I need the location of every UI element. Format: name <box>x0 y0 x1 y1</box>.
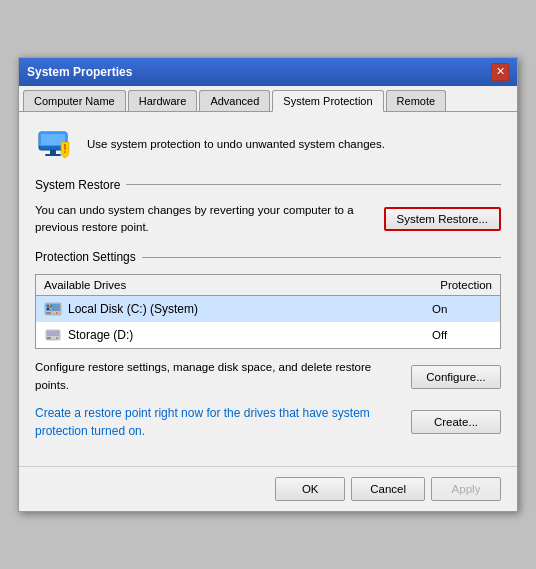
system-restore-header: System Restore <box>35 178 501 192</box>
svg-rect-13 <box>47 308 49 310</box>
configure-button[interactable]: Configure... <box>411 365 501 389</box>
system-restore-button[interactable]: System Restore... <box>384 207 501 231</box>
create-text-highlight: on <box>128 424 141 438</box>
svg-rect-12 <box>50 305 52 307</box>
svg-rect-11 <box>47 305 49 307</box>
system-restore-section: System Restore You can undo system chang… <box>35 178 501 237</box>
svg-rect-16 <box>47 331 59 336</box>
header-protection: Protection <box>440 279 492 291</box>
svg-rect-14 <box>50 308 52 310</box>
system-restore-label: System Restore <box>35 178 120 192</box>
create-text: Create a restore point right now for the… <box>35 404 395 441</box>
info-banner: ! Use system protection to undo unwanted… <box>35 124 501 164</box>
create-text-after: . <box>142 424 145 438</box>
protection-settings-header: Protection Settings <box>35 250 501 264</box>
protection-settings-label: Protection Settings <box>35 250 136 264</box>
title-bar: System Properties ✕ <box>19 58 517 86</box>
protection-settings-section: Protection Settings Available Drives Pro… <box>35 250 501 440</box>
dialog-title: System Properties <box>27 65 132 79</box>
protection-c-status: On <box>432 303 492 315</box>
tab-advanced[interactable]: Advanced <box>199 90 270 111</box>
table-row[interactable]: Local Disk (C:) (System) On <box>36 296 500 322</box>
drive-d-label: Storage (D:) <box>68 328 133 342</box>
drive-cell-c: Local Disk (C:) (System) <box>44 300 432 318</box>
info-banner-text: Use system protection to undo unwanted s… <box>87 138 385 150</box>
close-button[interactable]: ✕ <box>491 63 509 81</box>
tab-computer-name[interactable]: Computer Name <box>23 90 126 111</box>
drives-table: Available Drives Protection <box>35 274 501 349</box>
table-row[interactable]: Storage (D:) Off <box>36 322 500 348</box>
svg-point-9 <box>56 312 58 314</box>
svg-rect-17 <box>47 337 51 339</box>
drive-cell-d: Storage (D:) <box>44 326 432 344</box>
svg-text:!: ! <box>63 142 67 156</box>
shield-icon: ! <box>35 124 75 164</box>
system-restore-description: You can undo system changes by reverting… <box>35 202 368 237</box>
svg-point-18 <box>56 337 58 339</box>
cancel-button[interactable]: Cancel <box>351 477 425 501</box>
tab-remote[interactable]: Remote <box>386 90 447 111</box>
dialog-footer: OK Cancel Apply <box>19 466 517 511</box>
header-available-drives: Available Drives <box>44 279 440 291</box>
create-text-before: Create a restore point right now for the… <box>35 406 370 438</box>
create-button[interactable]: Create... <box>411 410 501 434</box>
svg-rect-8 <box>46 312 51 314</box>
tab-bar: Computer Name Hardware Advanced System P… <box>19 86 517 112</box>
table-header: Available Drives Protection <box>36 275 500 296</box>
local-disk-icon <box>44 300 62 318</box>
system-restore-row: You can undo system changes by reverting… <box>35 202 501 237</box>
configure-row: Configure restore settings, manage disk … <box>35 359 501 394</box>
drive-c-label: Local Disk (C:) (System) <box>68 302 198 316</box>
create-row: Create a restore point right now for the… <box>35 404 501 441</box>
system-properties-dialog: System Properties ✕ Computer Name Hardwa… <box>18 57 518 513</box>
svg-rect-3 <box>50 150 56 154</box>
ok-button[interactable]: OK <box>275 477 345 501</box>
tab-system-protection[interactable]: System Protection <box>272 90 383 112</box>
storage-disk-icon <box>44 326 62 344</box>
apply-button[interactable]: Apply <box>431 477 501 501</box>
configure-text: Configure restore settings, manage disk … <box>35 359 395 394</box>
tab-hardware[interactable]: Hardware <box>128 90 198 111</box>
protection-d-status: Off <box>432 329 492 341</box>
svg-rect-4 <box>45 154 61 156</box>
content-area: ! Use system protection to undo unwanted… <box>19 112 517 467</box>
